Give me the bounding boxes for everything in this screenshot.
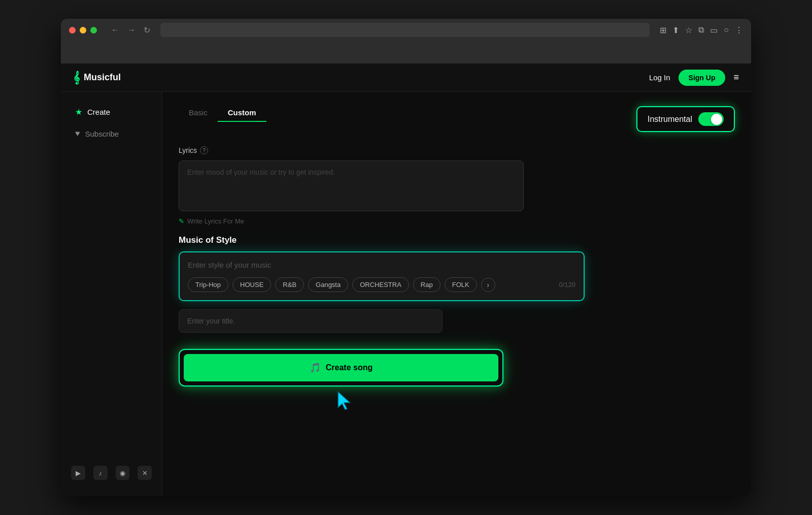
address-bar[interactable] <box>160 23 650 37</box>
tag-orchestra[interactable]: ORCHESTRA <box>352 277 409 292</box>
tag-gangsta[interactable]: Gangsta <box>308 277 348 292</box>
header-right: Log In Sign Up ≡ <box>649 70 739 86</box>
music-note-icon: 🎵 <box>310 362 321 373</box>
sidebar-item-subscribe-label: Subscribe <box>85 130 119 138</box>
puzzle-icon: ⧉ <box>698 25 704 35</box>
char-count: 0/120 <box>559 281 576 288</box>
share-icon: ⬆ <box>672 25 679 35</box>
forward-button[interactable]: → <box>127 25 136 35</box>
traffic-light-yellow[interactable] <box>80 27 86 34</box>
browser-toolbar: ⊞ ⬆ ☆ ⧉ ▭ ○ ⋮ <box>660 25 743 35</box>
signup-button[interactable]: Sign Up <box>679 70 726 86</box>
discord-icon[interactable]: ◉ <box>116 466 130 480</box>
instrumental-toggle[interactable] <box>698 112 724 126</box>
browser-chrome: ← → ↻ ⊞ ⬆ ☆ ⧉ ▭ ○ ⋮ <box>61 19 751 63</box>
sidebar-item-create[interactable]: ★ Create <box>69 102 154 122</box>
logo-text: Musicful <box>84 72 121 83</box>
traffic-light-green[interactable] <box>90 27 97 34</box>
main-content: Basic Custom Instrumental <box>162 92 751 496</box>
style-input[interactable] <box>188 261 576 269</box>
write-lyrics-button[interactable]: ✎ Write Lyrics For Me <box>179 217 244 225</box>
star-icon: ★ <box>75 107 82 117</box>
back-button[interactable]: ← <box>111 25 119 35</box>
lyrics-textarea[interactable] <box>179 160 524 211</box>
browser-nav: ← → ↻ <box>111 25 150 35</box>
tag-rnb[interactable]: R&B <box>275 277 304 292</box>
title-input[interactable] <box>179 309 443 333</box>
bookmark-icon: ☆ <box>685 25 692 35</box>
tab-custom[interactable]: Custom <box>218 104 266 122</box>
tiktok-icon[interactable]: ♪ <box>93 466 108 480</box>
tab-basic[interactable]: Basic <box>179 104 218 122</box>
sidebar: ★ Create ♥ Subscribe ▶ ♪ ◉ ✕ <box>61 92 162 496</box>
toggle-thumb <box>711 114 722 125</box>
lyrics-help-icon[interactable]: ? <box>200 146 208 154</box>
style-tags: Trip-Hop HOUSE R&B Gangsta ORCHESTRA Rap… <box>188 277 576 292</box>
app-header: 𝄞 Musicful Log In Sign Up ≡ <box>61 63 751 92</box>
youtube-icon[interactable]: ▶ <box>71 466 85 480</box>
tag-folk[interactable]: FOLK <box>445 277 477 292</box>
tag-rap[interactable]: Rap <box>413 277 441 292</box>
more-icon: ⋮ <box>735 25 743 35</box>
create-button-wrapper-outer: 🎵 Create song <box>179 333 503 387</box>
reload-button[interactable]: ↻ <box>144 25 150 35</box>
extensions-icon: ⊞ <box>660 25 666 35</box>
traffic-lights <box>69 27 97 34</box>
svg-marker-0 <box>338 392 350 410</box>
tabs: Basic Custom <box>179 104 266 122</box>
sidebar-bottom: ▶ ♪ ◉ ✕ <box>69 460 154 486</box>
more-tags-button[interactable]: › <box>481 278 495 292</box>
login-button[interactable]: Log In <box>649 73 670 82</box>
create-song-button[interactable]: 🎵 Create song <box>184 354 498 381</box>
traffic-light-red[interactable] <box>69 27 76 34</box>
tag-trip-hop[interactable]: Trip-Hop <box>188 277 228 292</box>
twitter-icon[interactable]: ✕ <box>138 466 152 480</box>
heart-icon: ♥ <box>75 129 80 138</box>
style-input-box: Trip-Hop HOUSE R&B Gangsta ORCHESTRA Rap… <box>179 251 585 301</box>
create-button-highlight-wrapper: 🎵 Create song <box>179 349 503 387</box>
browser-tabbar <box>61 41 751 63</box>
logo: 𝄞 Musicful <box>73 71 121 84</box>
cursor-pointer <box>336 391 352 410</box>
browser-titlebar: ← → ↻ ⊞ ⬆ ☆ ⧉ ▭ ○ ⋮ <box>61 19 751 41</box>
sidebar-icon: ▭ <box>710 25 718 35</box>
instrumental-toggle-box: Instrumental <box>636 106 735 132</box>
tabs-row: Basic Custom Instrumental <box>179 104 735 134</box>
music-style-label: Music of Style <box>179 235 735 245</box>
hamburger-menu-icon[interactable]: ≡ <box>733 72 739 83</box>
lyrics-section-label: Lyrics ? <box>179 146 735 154</box>
sidebar-item-create-label: Create <box>87 108 110 116</box>
profile-icon: ○ <box>724 25 729 35</box>
app-body: ★ Create ♥ Subscribe ▶ ♪ ◉ ✕ <box>61 92 751 496</box>
logo-icon: 𝄞 <box>73 71 80 84</box>
tag-house[interactable]: HOUSE <box>232 277 271 292</box>
instrumental-label: Instrumental <box>648 115 692 124</box>
sidebar-item-subscribe[interactable]: ♥ Subscribe <box>69 124 154 143</box>
app-container: 𝄞 Musicful Log In Sign Up ≡ ★ Create ♥ S… <box>61 63 751 496</box>
pencil-icon: ✎ <box>179 217 184 225</box>
